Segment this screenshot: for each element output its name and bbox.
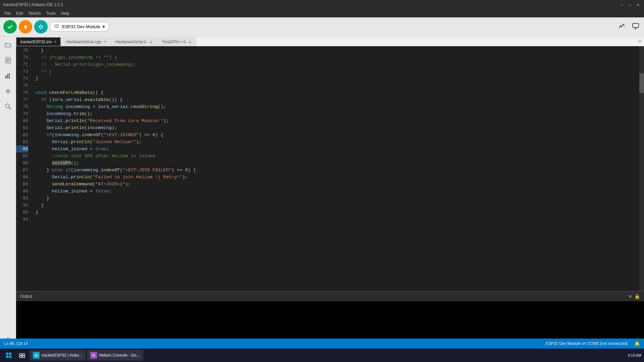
svg-point-23: [7, 90, 9, 92]
svg-rect-19: [5, 75, 6, 78]
code-lines: 7071727374 7576777879 80818283 86 858687…: [16, 46, 644, 223]
svg-line-30: [9, 89, 10, 90]
tabs-more-button[interactable]: ⋯: [635, 38, 644, 45]
menu-tools[interactable]: Tools: [44, 10, 58, 16]
menu-file[interactable]: File: [2, 10, 13, 16]
svg-rect-37: [6, 356, 8, 358]
board-selector[interactable]: ESP32 Dev Module ▾: [50, 22, 109, 32]
toolbar: ESP32 Dev Module ▾: [0, 17, 644, 36]
taskbar-app-arduino[interactable]: Ai trackerESP32 | Ardui...: [30, 350, 86, 361]
board-label: ESP32 Dev Module: [62, 24, 100, 29]
output-lock-icon[interactable]: 🔒: [634, 294, 640, 299]
sidebar-item-search[interactable]: [2, 101, 14, 113]
close-icon[interactable]: ✕: [103, 40, 106, 44]
output-header-right: ≡ 🔒: [629, 294, 640, 299]
tab-HardwareSerialCpp[interactable]: HardwareSerial.cpp ✕: [61, 37, 110, 46]
debug-button[interactable]: [34, 20, 48, 34]
svg-rect-42: [22, 356, 25, 358]
time-display: 9:18 AM: [628, 353, 641, 357]
svg-rect-21: [9, 73, 10, 78]
tab-label: trackerESP32.ino: [20, 40, 52, 44]
minimize-button[interactable]: ─: [619, 2, 625, 7]
status-bar: Ln 86, Col 14 ESP32 Dev Module on COM5 […: [0, 339, 644, 349]
svg-line-28: [6, 89, 7, 90]
output-header: Output ≡ 🔒: [16, 292, 644, 301]
sidebar-item-chart[interactable]: [2, 70, 14, 82]
svg-line-33: [9, 108, 11, 110]
tabs-bar: trackerESP32.ino ✕ HardwareSerial.cpp ✕ …: [16, 36, 644, 46]
taskbar: Ai trackerESP32 | Ardui... H Helium Cons…: [0, 349, 644, 362]
output-list-icon[interactable]: ≡: [629, 294, 632, 299]
sidebar-item-book[interactable]: [2, 54, 14, 66]
svg-rect-41: [19, 356, 22, 358]
sidebar-item-folder[interactable]: [2, 39, 14, 51]
editor-area: trackerESP32.ino ✕ HardwareSerial.cpp ✕ …: [16, 36, 644, 349]
svg-rect-7: [55, 25, 59, 27]
arduino-app-icon: Ai: [33, 352, 40, 359]
svg-rect-20: [7, 74, 8, 78]
maximize-button[interactable]: □: [627, 2, 633, 7]
board-icon: [54, 23, 59, 30]
output-label: Output: [20, 294, 32, 299]
svg-rect-1: [25, 27, 26, 29]
menu-bar: File Edit Sketch Tools Help: [0, 9, 644, 17]
svg-rect-36: [9, 353, 11, 355]
menu-help[interactable]: Help: [58, 10, 72, 16]
status-right: ESP32 Dev Module on COM5 [not connected]…: [545, 341, 640, 346]
svg-rect-9: [57, 24, 58, 25]
helium-app-label: Helium Console - Go...: [99, 353, 140, 358]
line-numbers: 7071727374 7576777879 80818283 86 858687…: [16, 47, 32, 223]
svg-rect-10: [56, 27, 56, 28]
title-bar: trackerESP32 | Arduino IDE 2.2.1 ─ □ ✕: [0, 0, 644, 9]
serial-plotter-button[interactable]: [617, 21, 627, 33]
notification-icon[interactable]: 🔔: [634, 341, 640, 346]
taskbar-time: 9:18 AM: [628, 353, 641, 357]
svg-line-31: [6, 92, 7, 93]
taskview-button[interactable]: [16, 349, 28, 361]
tab-label: HardwareSerial.h: [115, 40, 147, 44]
svg-rect-12: [633, 23, 639, 27]
menu-edit[interactable]: Edit: [13, 10, 26, 16]
sidebar-item-debug[interactable]: [2, 85, 14, 97]
svg-point-2: [40, 25, 42, 28]
lock-icon: 🔒: [188, 40, 192, 44]
serial-monitor-button[interactable]: [631, 21, 641, 33]
svg-rect-39: [19, 354, 22, 355]
helium-icon-text: H: [93, 354, 95, 357]
arduino-app-label: trackerESP32 | Ardui...: [42, 353, 82, 358]
svg-rect-11: [57, 27, 58, 28]
window-title: trackerESP32 | Arduino IDE 2.2.1: [3, 2, 619, 7]
scrollbar-thumb[interactable]: [639, 73, 644, 93]
code-editor[interactable]: 7071727374 7576777879 80818283 86 858687…: [16, 46, 644, 291]
tab-label: HardwareSerial.cpp: [66, 40, 101, 44]
close-button[interactable]: ✕: [635, 2, 641, 7]
close-icon[interactable]: ✕: [54, 40, 56, 44]
svg-line-29: [9, 92, 10, 93]
window-controls: ─ □ ✕: [619, 2, 641, 7]
status-board[interactable]: ESP32 Dev Module on COM5 [not connected]: [545, 341, 628, 346]
tab-HardwareSerialH[interactable]: HardwareSerial.h 🔒: [111, 37, 157, 46]
svg-rect-35: [6, 353, 8, 355]
chevron-down-icon: ▾: [103, 24, 105, 29]
menu-sketch[interactable]: Sketch: [26, 10, 44, 16]
code-content[interactable]: } // if(gps_incomming != "") { // Serial…: [32, 47, 644, 223]
toolbar-right: [617, 21, 641, 33]
svg-rect-38: [9, 356, 11, 358]
tab-label: TinyGPS++.h: [162, 40, 186, 44]
scrollbar-vertical[interactable]: [639, 46, 644, 291]
svg-rect-40: [22, 354, 25, 355]
start-button[interactable]: [3, 349, 15, 361]
tab-trackerESP32[interactable]: trackerESP32.ino ✕: [16, 37, 61, 46]
lock-icon: 🔒: [149, 40, 153, 44]
arduino-icon-text: Ai: [35, 354, 38, 357]
helium-app-icon: H: [90, 352, 97, 359]
content-area: trackerESP32.ino ✕ HardwareSerial.cpp ✕ …: [0, 36, 644, 349]
taskbar-app-helium[interactable]: H Helium Console - Go...: [87, 350, 143, 361]
verify-button[interactable]: [3, 20, 17, 34]
left-sidebar: [0, 36, 16, 349]
svg-rect-8: [56, 24, 56, 25]
upload-button[interactable]: [19, 20, 32, 34]
status-position[interactable]: Ln 86, Col 14: [4, 341, 28, 346]
svg-marker-0: [23, 25, 28, 27]
tab-TinyGPS[interactable]: TinyGPS++.h 🔒: [158, 37, 197, 46]
